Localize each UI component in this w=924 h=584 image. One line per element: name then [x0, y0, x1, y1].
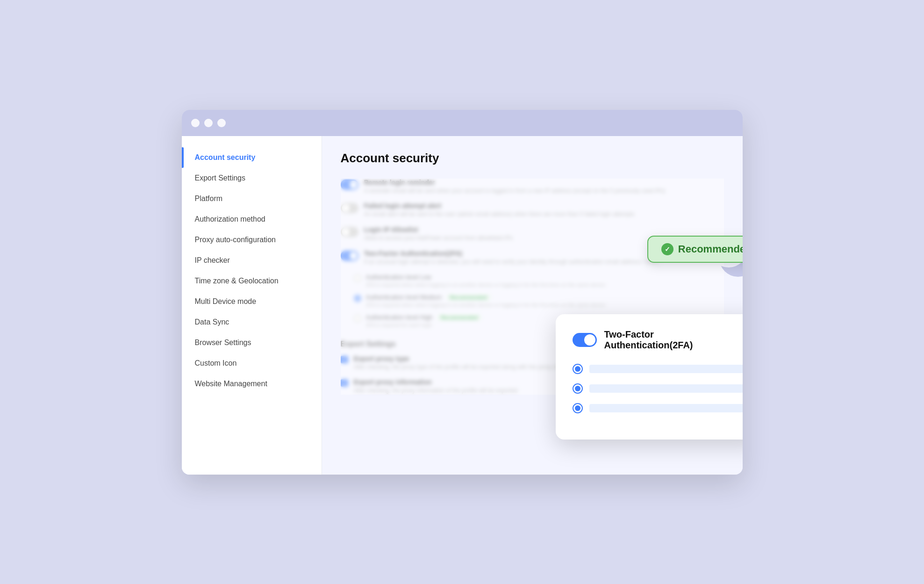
auth-level-medium: Authentication level Medium Recommended …	[354, 294, 724, 308]
sidebar-item-website-management[interactable]: Website Management	[182, 374, 322, 394]
failed-login-desc: An email alert will be sent to the user …	[364, 210, 724, 218]
sidebar-item-label: Custom Icon	[195, 359, 237, 368]
export-proxy-info-checkbox[interactable]	[341, 379, 348, 387]
auth-level-high-radio[interactable]	[354, 315, 361, 322]
sidebar-item-label: Export Settings	[195, 174, 246, 182]
popup-option-2-label	[589, 384, 743, 393]
popup-radio-3[interactable]	[573, 403, 583, 413]
traffic-light-maximize[interactable]	[217, 119, 226, 127]
login-ip-allowlist-label: Login IP Allowlist	[364, 226, 724, 233]
sidebar-item-ip-checker[interactable]: IP checker	[182, 250, 322, 271]
sidebar-item-browser-settings[interactable]: Browser Settings	[182, 332, 322, 353]
popup-option-1	[573, 364, 743, 374]
popup-radio-1[interactable]	[573, 364, 583, 374]
auth-level-low-desc: 2FA is required when when logging in on …	[366, 281, 724, 288]
sidebar-item-label: Account security	[195, 153, 256, 162]
sidebar-item-label: Website Management	[195, 380, 267, 388]
popup-option-3-label	[589, 404, 743, 412]
recommended-badge: ✓ Recommended	[647, 236, 743, 263]
sidebar-item-label: Time zone & Geolocation	[195, 277, 279, 285]
failed-login-label: Failed login attempt alert	[364, 202, 724, 209]
popup-option-2	[573, 383, 743, 394]
popup-2fa-title: Two-Factor Authentication(2FA)	[604, 329, 743, 351]
popup-header: Two-Factor Authentication(2FA)	[573, 329, 743, 351]
sidebar-item-multi-device-mode[interactable]: Multi Device mode	[182, 291, 322, 312]
export-proxy-type-checkbox[interactable]	[341, 356, 348, 363]
auth-level-medium-label: Authentication level Medium Recommended	[366, 294, 724, 301]
sidebar-item-data-sync[interactable]: Data Sync	[182, 312, 322, 332]
traffic-light-minimize[interactable]	[204, 119, 213, 127]
title-bar	[182, 110, 743, 136]
window-body: Account security Export Settings Platfor…	[182, 136, 743, 475]
sidebar-item-label: IP checker	[195, 256, 230, 265]
auth-level-medium-radio[interactable]	[354, 295, 361, 302]
sidebar-item-label: Multi Device mode	[195, 297, 257, 306]
sidebar-item-custom-icon[interactable]: Custom Icon	[182, 353, 322, 374]
popup-option-1-label	[589, 365, 743, 373]
auth-level-low: Authentication level Low 2FA is required…	[354, 274, 724, 288]
recommended-check-icon: ✓	[661, 243, 673, 255]
sidebar: Account security Export Settings Platfor…	[182, 136, 322, 475]
sidebar-item-time-zone-geolocation[interactable]: Time zone & Geolocation	[182, 271, 322, 291]
sidebar-item-account-security[interactable]: Account security	[182, 147, 322, 168]
recommended-text: Recommended	[678, 243, 743, 255]
sidebar-item-label: Authorization method	[195, 215, 265, 224]
auth-level-medium-desc: 2FA is required when when logging in on …	[366, 302, 724, 308]
setting-row-remote-login-reminder: Remote login reminder A reminder email w…	[341, 179, 724, 195]
sidebar-item-platform[interactable]: Platform	[182, 188, 322, 209]
popup-option-3	[573, 403, 743, 413]
sidebar-item-export-settings[interactable]: Export Settings	[182, 168, 322, 188]
popup-radio-2[interactable]	[573, 383, 583, 394]
auth-level-low-label: Authentication level Low	[366, 274, 724, 281]
popup-2fa-toggle[interactable]	[573, 333, 597, 347]
sidebar-item-label: Browser Settings	[195, 339, 251, 347]
remote-login-reminder-label: Remote login reminder	[364, 179, 724, 186]
popup-card: Two-Factor Authentication(2FA)	[556, 314, 743, 440]
sidebar-item-proxy-auto-configuration[interactable]: Proxy auto-configuration	[182, 230, 322, 250]
login-ip-allowlist-toggle[interactable]	[341, 227, 358, 237]
sidebar-item-label: Platform	[195, 195, 223, 203]
sidebar-item-label: Data Sync	[195, 318, 229, 326]
remote-login-reminder-desc: A reminder email will be sent when your …	[364, 187, 724, 195]
sidebar-item-authorization-method[interactable]: Authorization method	[182, 209, 322, 230]
remote-login-reminder-toggle[interactable]	[341, 180, 358, 190]
main-content: Account security Remote login reminder A…	[322, 136, 743, 475]
2fa-toggle[interactable]	[341, 251, 358, 261]
toggle-wrap	[341, 180, 358, 190]
browser-window: Account security Export Settings Platfor…	[182, 110, 743, 475]
auth-level-high-badge: Recommended	[437, 314, 481, 321]
traffic-light-close[interactable]	[191, 119, 200, 127]
setting-row-failed-login: Failed login attempt alert An email aler…	[341, 202, 724, 218]
auth-level-low-radio[interactable]	[354, 274, 361, 282]
page-title: Account security	[341, 151, 724, 166]
sidebar-item-label: Proxy auto-configuration	[195, 236, 276, 244]
failed-login-toggle[interactable]	[341, 203, 358, 213]
auth-level-medium-badge: Recommended	[446, 294, 491, 301]
